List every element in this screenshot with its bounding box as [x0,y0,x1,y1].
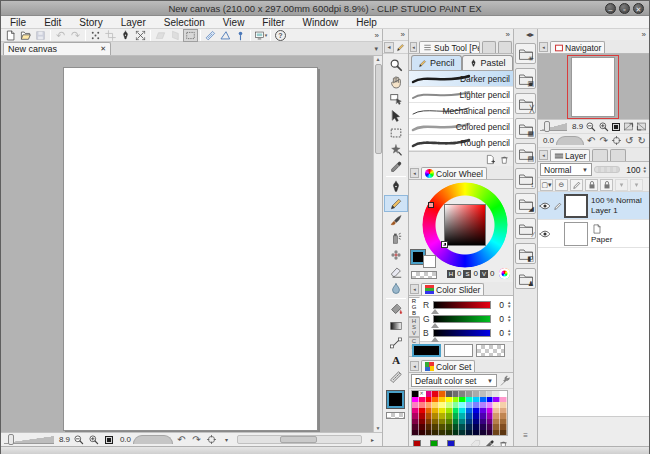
dock-handle-icon[interactable]: ≡ [514,431,537,440]
right-column-expand-icon[interactable]: » [642,30,646,39]
minimize-button[interactable]: – [605,3,616,14]
navigator-tab[interactable]: Navigator [550,41,605,53]
material-3d-icon[interactable]: ◧ [515,243,536,264]
new-file-button[interactable] [3,29,18,42]
fill-tool[interactable] [384,300,408,317]
delete-subtool-icon[interactable] [499,154,510,165]
screen-settings-button[interactable]: ▾ [253,29,268,42]
slider-tab-rgb[interactable]: RGB [409,297,420,317]
rotate-left-button[interactable]: ↶ [175,434,188,446]
brush-tool[interactable] [384,212,408,229]
reference-layer-icon[interactable]: ▾ [630,179,643,191]
zoom-in-button[interactable] [87,434,100,446]
auto-select-tool[interactable] [384,141,408,158]
layer-row-paper[interactable]: Paper [538,220,649,248]
color-set-collapse-icon[interactable]: ◂ [410,361,419,371]
subtool-item-mechanical-pencil[interactable]: Mechanical pencil [409,103,513,119]
subtool-item-rough-pencil[interactable]: Rough pencil [409,135,513,151]
ruler-tool[interactable] [384,368,408,385]
pen-tool[interactable] [384,178,408,195]
layer-row-layer-1[interactable]: 100 % NormalLayer 1 [538,192,649,220]
color-swatch[interactable] [439,430,446,436]
color-swatch[interactable] [412,430,419,436]
zoom-options-caret-icon[interactable]: ▾ [220,434,233,446]
canvas-tab[interactable]: New canvas ✕ [3,42,111,55]
navigator-reset-icon[interactable] [611,135,622,147]
close-button[interactable]: ✕ [633,3,644,14]
color-wheel-tab[interactable]: Color Wheel [421,167,487,179]
hue-marker[interactable] [428,202,434,208]
material-landscape-icon[interactable]: ◢ [515,193,536,214]
color-slider-tab[interactable]: Color Slider [421,283,484,295]
navigator-rotate-left-icon[interactable]: ↶ [586,135,597,147]
subtool-collapse-icon[interactable]: ◂ [410,42,417,52]
clip-to-layer-icon[interactable]: ▾ [615,179,628,191]
navigator-collapse-icon[interactable]: ◂ [539,42,548,52]
zoom-tool[interactable] [384,56,408,73]
vscroll-thumb[interactable] [375,64,382,154]
navigator-rotate-right-icon[interactable]: ↷ [598,135,609,147]
combine-mode-icon[interactable]: ⊖ [555,179,568,191]
menu-selection[interactable]: Selection [155,16,214,29]
blend-tool[interactable] [384,280,408,297]
saturation-value-square[interactable] [444,204,486,246]
subtool-item-darker-pencil[interactable]: Darker pencil [409,71,513,87]
text-tool[interactable]: A [384,351,408,368]
layer-thumbnail[interactable] [564,194,588,218]
edit-color-set-icon[interactable] [499,375,511,387]
material-edit-icon[interactable]: ∕ [515,218,536,239]
layer-visibility-icon[interactable] [538,228,552,240]
operation-tool[interactable] [384,90,408,107]
tab-list-caret-icon[interactable]: ▾ [374,45,378,53]
layer-collapse-icon[interactable]: ◂ [539,150,548,160]
subtool-tab-pencil[interactable]: Pencil [411,55,462,70]
material-color-pattern-icon[interactable]: ✳ [515,43,536,64]
canvas-viewport[interactable]: ▲ ▼ [1,56,382,432]
color-set-dropdown[interactable]: Default color set ▼ [411,374,497,387]
navigator-preview[interactable] [538,54,649,120]
subtool-expand-icon[interactable]: » [506,30,510,39]
zoom-out-button[interactable] [72,434,85,446]
rotate-right-button[interactable]: ↷ [190,434,203,446]
snap-to-special-ruler-button[interactable] [233,29,248,42]
fit-to-screen-button[interactable] [102,434,115,446]
material-manga-icon[interactable]: ╳ [515,93,536,114]
layer-color-dropdown[interactable]: ▢▾ [540,179,553,191]
layer-thumbnail[interactable] [564,222,588,246]
color-swatch[interactable] [459,430,466,436]
transparent-color-swatch[interactable] [411,271,437,279]
color-set-tab[interactable]: Color Set [421,360,475,372]
move-tool[interactable] [384,73,408,90]
dock-expand-icon[interactable]: ◂▸ [526,30,534,39]
close-tab-icon[interactable]: ✕ [100,45,106,53]
b-spinner[interactable]: ▲▼ [507,329,511,337]
toolbar-expand-icon[interactable]: » [375,31,379,40]
color-swatch[interactable] [473,430,480,436]
tool-palette-expand-icon[interactable]: » [401,30,405,39]
navigator-rotation-slider[interactable] [556,136,584,145]
subtool-item-lighter-pencil[interactable]: Lighter pencil [409,87,513,103]
layer-tab[interactable]: Layer [550,149,590,161]
material-halftone-icon[interactable]: ▦ [515,118,536,139]
open-file-button[interactable] [18,29,33,42]
subtool-extra-tab-2[interactable] [498,41,512,53]
subtool-tab-pastel[interactable]: Pastel [462,55,513,70]
navigator-fit-icon[interactable] [611,121,621,133]
background-color-swatch[interactable] [423,255,436,268]
snap-to-ruler-button[interactable] [203,29,218,42]
color-swatch[interactable] [466,430,473,436]
b-slider[interactable] [433,329,491,337]
tool-foreground-color-swatch[interactable] [387,391,404,408]
layer-visibility-icon[interactable] [538,200,552,212]
menu-edit[interactable]: Edit [35,16,70,29]
color-swatch[interactable] [480,430,487,436]
menu-view[interactable]: View [214,16,254,29]
color-swatch[interactable] [426,430,433,436]
blend-mode-dropdown[interactable]: Normal ▼ [540,163,592,176]
g-spinner[interactable]: ▲▼ [507,315,511,323]
material-monochromatic-pattern-icon[interactable]: ▣ [515,68,536,89]
canvas-page[interactable] [63,67,318,431]
horizontal-scrollbar[interactable] [237,435,362,444]
deselect-button[interactable] [88,29,103,42]
title-bar[interactable]: New canvas (210.00 x 297.00mm 600dpi 8.9… [1,1,649,16]
